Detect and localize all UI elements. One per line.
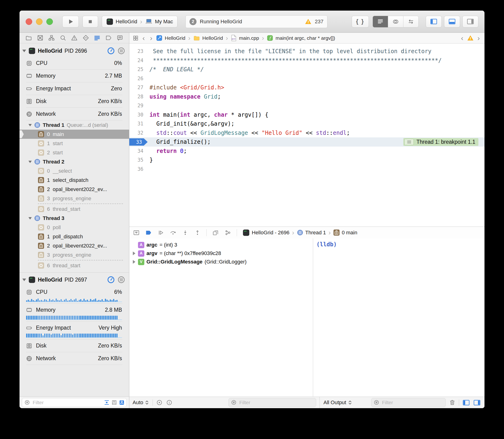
memory-graph-icon[interactable] [224,229,231,236]
disclosure-triangle-icon[interactable] [22,279,26,281]
performance-gauge-icon[interactable] [107,276,115,284]
interesting-frames-toggle-icon[interactable] [118,400,125,406]
code-line[interactable]: 31 Grid_init(&argc,&argv); [129,119,484,128]
test-navigator-icon[interactable] [82,34,90,42]
breakpoint-annotation[interactable]: Thread 1: breakpoint 1.1 [403,138,478,146]
stack-frame-row[interactable]: 1poll_dispatch [20,232,129,241]
next-issue-icon[interactable]: › [476,35,481,42]
stack-frame-row[interactable]: 2opal_libevent2022_ev... [20,241,129,250]
line-number[interactable]: 30 [129,112,143,118]
close-window-button[interactable] [26,18,32,25]
stack-frame-row[interactable]: 0poll [20,223,129,232]
stat-row-network[interactable]: NetworkZero KB/s [20,108,129,120]
show-console-toggle-icon[interactable] [473,400,481,406]
forward-chevron-icon[interactable]: › [149,35,154,42]
scheme-selector[interactable]: HelloGrid › My Mac [102,16,177,27]
warning-icon[interactable] [305,18,311,25]
line-number[interactable]: 27 [129,85,143,90]
minimize-window-button[interactable] [36,18,43,25]
line-number[interactable]: 31 [129,121,143,127]
back-chevron-icon[interactable]: ‹ [141,35,146,42]
line-number[interactable]: 36 [129,166,143,172]
stack-frame-row[interactable]: 6thread_start [20,261,129,270]
toggle-inspector-button[interactable] [462,16,478,27]
debug-navigator-icon[interactable] [93,34,101,42]
code-line[interactable]: 28using namespace Grid; [129,92,484,101]
stack-frame-row[interactable]: 0__select [20,166,129,175]
breadcrumb-file[interactable]: main.cpp [239,35,259,41]
navigator-filter-field[interactable] [22,398,127,407]
variable-row[interactable]: Aargv = (char **) 0x7ffee9039c28 [129,249,313,258]
step-out-icon[interactable] [194,229,201,236]
search-navigator-icon[interactable] [59,34,67,42]
source-editor[interactable]: 23 See the full license in the file "LIC… [129,44,484,227]
process-header[interactable]: HelloGridPID 2696 [20,45,129,57]
line-number[interactable]: 28 [129,94,143,99]
symbol-navigator-icon[interactable] [47,34,56,42]
stack-frame-row[interactable]: 3progress_engine [20,250,129,259]
code-review-button[interactable]: { } [352,16,369,27]
stat-row-energy-impact[interactable]: Energy ImpactZero [20,82,129,95]
code-line[interactable]: 24 *************************************… [129,56,484,65]
breakpoint-marker[interactable]: 33 [129,138,148,146]
stack-frame-row[interactable]: 2start [20,148,129,157]
line-number[interactable]: 35 [129,157,143,163]
variables-view[interactable]: Aargc = (int) 3Aargv = (char **) 0x7ffee… [129,238,313,397]
performance-gauge-icon[interactable] [107,47,115,55]
code-line[interactable]: 27#include <Grid/Grid.h> [129,83,484,92]
stack-frame-row[interactable]: 0main [20,130,129,139]
console-filter-input[interactable] [382,400,444,406]
report-navigator-icon[interactable] [116,34,124,42]
variable-row[interactable]: VGrid::GridLogMessage (Grid::GridLogger) [129,258,313,266]
stat-row-energy-impact[interactable]: Energy ImpactVery High [20,322,129,334]
code-line[interactable]: 33 Grid_finalize();33Thread 1: breakpoin… [129,137,484,146]
info-icon[interactable] [166,399,173,406]
stat-row-cpu[interactable]: CPU0% [20,57,129,69]
code-line[interactable]: 34 return 0; [129,146,484,156]
view-hierarchy-icon[interactable] [212,229,219,236]
line-number[interactable]: 32 [129,130,143,136]
flat-frames-toggle-icon[interactable] [104,400,110,406]
code-line[interactable]: 35} [129,156,484,165]
assistant-editor-button[interactable] [388,16,403,27]
standard-editor-button[interactable] [373,16,388,27]
breadcrumb-thread[interactable]: Thread 1 [305,230,326,236]
issue-navigator-icon[interactable] [70,34,78,42]
stop-button[interactable] [82,16,98,27]
breakpoint-annotation-handle-icon[interactable] [404,139,414,145]
step-over-icon[interactable] [170,229,176,236]
clear-console-icon[interactable] [449,399,456,406]
thread-row[interactable]: Thread 2 [20,157,129,166]
toggle-debug-area-button[interactable] [444,16,460,27]
previous-issue-icon[interactable]: ‹ [459,35,465,42]
related-items-icon[interactable] [133,35,139,41]
breadcrumb-frame[interactable]: 0 main [342,230,357,236]
stack-frame-row[interactable]: 1select_dispatch [20,175,129,185]
run-button[interactable] [62,16,79,27]
line-number[interactable]: 24 [129,58,143,63]
zoom-window-button[interactable] [46,18,53,25]
code-line[interactable]: 23 See the full license in the file "LIC… [129,47,484,56]
stat-row-memory[interactable]: Memory2.7 MB [20,70,129,82]
line-number[interactable]: 26 [129,76,143,81]
thread-row[interactable]: Thread 1Queue:...d (serial) [20,121,129,130]
breakpoints-toggle-icon[interactable] [145,230,152,235]
stack-frame-row[interactable]: 1start [20,139,129,148]
breadcrumb-group[interactable]: HelloGrid [202,35,223,41]
expand-triangle-icon[interactable] [132,252,136,255]
process-header[interactable]: HelloGridPID 2697 [20,274,129,286]
version-editor-button[interactable] [403,16,418,27]
variables-scope-popup[interactable]: Auto [133,400,149,406]
threads-gauge-icon[interactable] [117,276,125,284]
disclosure-triangle-icon[interactable] [22,50,26,52]
warning-count[interactable]: 237 [315,19,323,25]
breadcrumb-process[interactable]: HelloGrid - 2696 [252,230,289,236]
variables-filter-field[interactable] [228,398,316,407]
expand-triangle-icon[interactable] [132,260,136,264]
code-line[interactable]: 26 [129,74,484,83]
stat-row-disk[interactable]: DiskZero KB/s [20,95,129,108]
code-line[interactable]: 36 [129,165,484,174]
stat-row-disk[interactable]: DiskZero KB/s [20,340,129,352]
threads-gauge-icon[interactable] [117,47,125,55]
code-line[interactable]: 29 [129,101,484,110]
